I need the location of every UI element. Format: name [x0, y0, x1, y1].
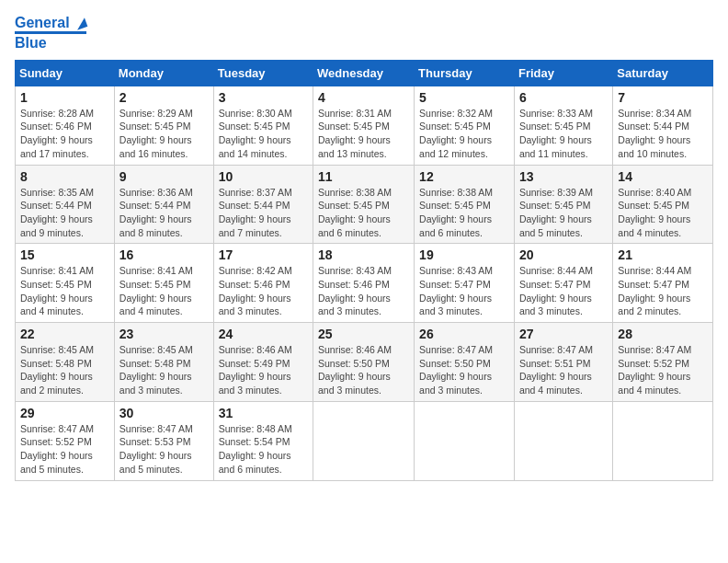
day-number: 15 [20, 247, 109, 262]
day-info: Sunrise: 8:42 AMSunset: 5:46 PMDaylight:… [219, 264, 308, 318]
day-number: 27 [519, 327, 608, 341]
day-number: 9 [119, 169, 209, 184]
calendar-cell [613, 401, 713, 480]
day-number: 30 [119, 406, 209, 420]
calendar-cell: 1Sunrise: 8:28 AMSunset: 5:46 PMDaylight… [16, 86, 115, 165]
calendar-cell: 9Sunrise: 8:36 AMSunset: 5:44 PMDaylight… [114, 165, 213, 244]
calendar-cell: 25Sunrise: 8:46 AMSunset: 5:50 PMDayligh… [313, 323, 415, 402]
calendar-cell: 19Sunrise: 8:43 AMSunset: 5:47 PMDayligh… [415, 244, 515, 323]
day-info: Sunrise: 8:31 AMSunset: 5:45 PMDaylight:… [318, 107, 409, 161]
header-wednesday: Wednesday [313, 60, 415, 86]
day-info: Sunrise: 8:44 AMSunset: 5:47 PMDaylight:… [618, 264, 708, 318]
day-number: 23 [119, 327, 209, 341]
calendar-week-row: 22Sunrise: 8:45 AMSunset: 5:48 PMDayligh… [16, 323, 713, 402]
calendar-cell: 18Sunrise: 8:43 AMSunset: 5:46 PMDayligh… [313, 244, 415, 323]
calendar-cell: 11Sunrise: 8:38 AMSunset: 5:45 PMDayligh… [313, 165, 415, 244]
day-info: Sunrise: 8:28 AMSunset: 5:46 PMDaylight:… [20, 107, 109, 161]
calendar-cell: 24Sunrise: 8:46 AMSunset: 5:49 PMDayligh… [213, 323, 313, 402]
calendar-cell [313, 401, 415, 480]
day-number: 11 [318, 169, 409, 184]
day-info: Sunrise: 8:35 AMSunset: 5:44 PMDaylight:… [20, 186, 109, 240]
day-number: 26 [419, 327, 509, 341]
calendar-cell: 4Sunrise: 8:31 AMSunset: 5:45 PMDaylight… [313, 86, 415, 165]
calendar-cell: 8Sunrise: 8:35 AMSunset: 5:44 PMDaylight… [16, 165, 115, 244]
day-number: 1 [20, 90, 109, 105]
day-info: Sunrise: 8:39 AMSunset: 5:45 PMDaylight:… [519, 186, 608, 240]
day-number: 14 [618, 169, 708, 184]
calendar-cell: 21Sunrise: 8:44 AMSunset: 5:47 PMDayligh… [613, 244, 713, 323]
day-info: Sunrise: 8:36 AMSunset: 5:44 PMDaylight:… [119, 186, 209, 240]
calendar-cell: 2Sunrise: 8:29 AMSunset: 5:45 PMDaylight… [114, 86, 213, 165]
day-info: Sunrise: 8:37 AMSunset: 5:44 PMDaylight:… [219, 186, 308, 240]
day-info: Sunrise: 8:41 AMSunset: 5:45 PMDaylight:… [20, 264, 109, 318]
day-number: 18 [318, 247, 409, 262]
calendar-cell: 22Sunrise: 8:45 AMSunset: 5:48 PMDayligh… [16, 323, 115, 402]
day-info: Sunrise: 8:43 AMSunset: 5:46 PMDaylight:… [318, 264, 409, 318]
calendar-week-row: 15Sunrise: 8:41 AMSunset: 5:45 PMDayligh… [16, 244, 713, 323]
day-info: Sunrise: 8:32 AMSunset: 5:45 PMDaylight:… [419, 107, 509, 161]
header-sunday: Sunday [16, 60, 115, 86]
day-info: Sunrise: 8:43 AMSunset: 5:47 PMDaylight:… [419, 264, 509, 318]
calendar-cell: 30Sunrise: 8:47 AMSunset: 5:53 PMDayligh… [114, 401, 213, 480]
day-info: Sunrise: 8:41 AMSunset: 5:45 PMDaylight:… [119, 264, 209, 318]
calendar-cell: 29Sunrise: 8:47 AMSunset: 5:52 PMDayligh… [16, 401, 115, 480]
calendar-cell: 5Sunrise: 8:32 AMSunset: 5:45 PMDaylight… [415, 86, 515, 165]
day-number: 24 [219, 327, 308, 341]
calendar-cell: 27Sunrise: 8:47 AMSunset: 5:51 PMDayligh… [514, 323, 612, 402]
day-number: 4 [318, 90, 409, 105]
calendar-cell: 3Sunrise: 8:30 AMSunset: 5:45 PMDaylight… [213, 86, 313, 165]
calendar-cell: 31Sunrise: 8:48 AMSunset: 5:54 PMDayligh… [213, 401, 313, 480]
day-info: Sunrise: 8:45 AMSunset: 5:48 PMDaylight:… [119, 343, 209, 397]
day-info: Sunrise: 8:45 AMSunset: 5:48 PMDaylight:… [20, 343, 109, 397]
day-number: 29 [20, 406, 109, 420]
day-number: 17 [219, 247, 308, 262]
calendar-cell: 28Sunrise: 8:47 AMSunset: 5:52 PMDayligh… [613, 323, 713, 402]
day-number: 13 [519, 169, 608, 184]
calendar-cell [415, 401, 515, 480]
calendar-cell [514, 401, 612, 480]
day-number: 5 [419, 90, 509, 105]
day-info: Sunrise: 8:46 AMSunset: 5:50 PMDaylight:… [318, 343, 409, 397]
calendar-cell: 26Sunrise: 8:47 AMSunset: 5:50 PMDayligh… [415, 323, 515, 402]
day-info: Sunrise: 8:47 AMSunset: 5:50 PMDaylight:… [419, 343, 509, 397]
calendar-cell: 13Sunrise: 8:39 AMSunset: 5:45 PMDayligh… [514, 165, 612, 244]
calendar-cell: 7Sunrise: 8:34 AMSunset: 5:44 PMDaylight… [613, 86, 713, 165]
day-info: Sunrise: 8:38 AMSunset: 5:45 PMDaylight:… [318, 186, 409, 240]
day-number: 7 [618, 90, 708, 105]
day-number: 20 [519, 247, 608, 262]
day-info: Sunrise: 8:40 AMSunset: 5:45 PMDaylight:… [618, 186, 708, 240]
day-info: Sunrise: 8:48 AMSunset: 5:54 PMDaylight:… [219, 422, 308, 477]
header-tuesday: Tuesday [213, 60, 313, 86]
header-friday: Friday [514, 60, 612, 86]
day-info: Sunrise: 8:34 AMSunset: 5:44 PMDaylight:… [618, 107, 708, 161]
calendar-cell: 14Sunrise: 8:40 AMSunset: 5:45 PMDayligh… [613, 165, 713, 244]
calendar-cell: 16Sunrise: 8:41 AMSunset: 5:45 PMDayligh… [114, 244, 213, 323]
day-number: 6 [519, 90, 608, 105]
day-info: Sunrise: 8:47 AMSunset: 5:52 PMDaylight:… [20, 422, 109, 477]
day-number: 10 [219, 169, 308, 184]
day-number: 28 [618, 327, 708, 341]
header: General Blue [15, 15, 713, 52]
calendar-week-row: 29Sunrise: 8:47 AMSunset: 5:52 PMDayligh… [16, 401, 713, 480]
day-info: Sunrise: 8:30 AMSunset: 5:45 PMDaylight:… [219, 107, 308, 161]
calendar-cell: 6Sunrise: 8:33 AMSunset: 5:45 PMDaylight… [514, 86, 612, 165]
day-number: 21 [618, 247, 708, 262]
calendar-cell: 15Sunrise: 8:41 AMSunset: 5:45 PMDayligh… [16, 244, 115, 323]
header-thursday: Thursday [415, 60, 515, 86]
day-info: Sunrise: 8:47 AMSunset: 5:52 PMDaylight:… [618, 343, 708, 397]
day-info: Sunrise: 8:44 AMSunset: 5:47 PMDaylight:… [519, 264, 608, 318]
day-number: 16 [119, 247, 209, 262]
calendar-cell: 12Sunrise: 8:38 AMSunset: 5:45 PMDayligh… [415, 165, 515, 244]
logo-text: General Blue [15, 15, 86, 52]
day-info: Sunrise: 8:38 AMSunset: 5:45 PMDaylight:… [419, 186, 509, 240]
day-number: 19 [419, 247, 509, 262]
calendar-table: SundayMondayTuesdayWednesdayThursdayFrid… [15, 60, 713, 481]
calendar-cell: 20Sunrise: 8:44 AMSunset: 5:47 PMDayligh… [514, 244, 612, 323]
day-number: 12 [419, 169, 509, 184]
calendar-week-row: 8Sunrise: 8:35 AMSunset: 5:44 PMDaylight… [16, 165, 713, 244]
day-number: 31 [219, 406, 308, 420]
day-info: Sunrise: 8:33 AMSunset: 5:45 PMDaylight:… [519, 107, 608, 161]
header-monday: Monday [114, 60, 213, 86]
day-info: Sunrise: 8:29 AMSunset: 5:45 PMDaylight:… [119, 107, 209, 161]
day-info: Sunrise: 8:47 AMSunset: 5:53 PMDaylight:… [119, 422, 209, 477]
